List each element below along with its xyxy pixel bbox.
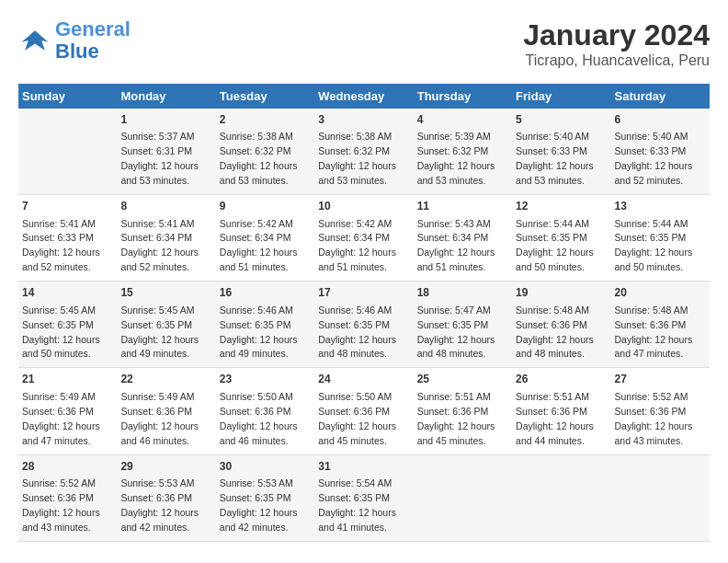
weekday-header-row: SundayMondayTuesdayWednesdayThursdayFrid… (18, 84, 710, 109)
day-cell (611, 454, 710, 541)
day-cell: 21Sunrise: 5:49 AM Sunset: 6:36 PM Dayli… (18, 368, 117, 454)
day-cell: 13Sunrise: 5:44 AM Sunset: 6:35 PM Dayli… (611, 195, 710, 282)
week-row-5: 28Sunrise: 5:52 AM Sunset: 6:36 PM Dayli… (18, 454, 710, 541)
day-detail: Sunrise: 5:51 AM Sunset: 6:36 PM Dayligh… (516, 391, 594, 446)
day-cell: 26Sunrise: 5:51 AM Sunset: 6:36 PM Dayli… (512, 368, 610, 454)
day-number: 23 (220, 372, 311, 387)
day-detail: Sunrise: 5:44 AM Sunset: 6:35 PM Dayligh… (516, 218, 594, 273)
day-number: 29 (120, 459, 211, 475)
day-detail: Sunrise: 5:41 AM Sunset: 6:33 PM Dayligh… (22, 218, 100, 273)
day-detail: Sunrise: 5:45 AM Sunset: 6:35 PM Dayligh… (22, 304, 100, 360)
day-detail: Sunrise: 5:50 AM Sunset: 6:36 PM Dayligh… (220, 391, 298, 446)
weekday-header-monday: Monday (117, 84, 215, 109)
day-number: 3 (318, 112, 409, 128)
day-cell: 27Sunrise: 5:52 AM Sunset: 6:36 PM Dayli… (611, 368, 710, 454)
day-cell: 18Sunrise: 5:47 AM Sunset: 6:35 PM Dayli… (414, 282, 512, 368)
logo-blue: Blue (55, 40, 131, 63)
day-detail: Sunrise: 5:40 AM Sunset: 6:33 PM Dayligh… (516, 131, 594, 186)
day-cell: 6Sunrise: 5:40 AM Sunset: 6:33 PM Daylig… (611, 109, 710, 195)
day-cell: 2Sunrise: 5:38 AM Sunset: 6:32 PM Daylig… (216, 109, 314, 195)
day-number: 26 (516, 372, 607, 387)
day-detail: Sunrise: 5:49 AM Sunset: 6:36 PM Dayligh… (120, 391, 199, 446)
day-detail: Sunrise: 5:42 AM Sunset: 6:34 PM Dayligh… (318, 218, 396, 273)
day-detail: Sunrise: 5:39 AM Sunset: 6:32 PM Dayligh… (417, 131, 495, 186)
day-detail: Sunrise: 5:40 AM Sunset: 6:33 PM Dayligh… (615, 131, 693, 186)
day-cell: 16Sunrise: 5:46 AM Sunset: 6:35 PM Dayli… (216, 282, 314, 368)
day-number: 9 (220, 199, 311, 214)
week-row-4: 21Sunrise: 5:49 AM Sunset: 6:36 PM Dayli… (18, 368, 710, 454)
day-cell: 8Sunrise: 5:41 AM Sunset: 6:34 PM Daylig… (117, 195, 215, 282)
day-cell: 31Sunrise: 5:54 AM Sunset: 6:35 PM Dayli… (314, 454, 413, 541)
day-detail: Sunrise: 5:53 AM Sunset: 6:35 PM Dayligh… (220, 477, 298, 533)
day-cell: 28Sunrise: 5:52 AM Sunset: 6:36 PM Dayli… (18, 454, 117, 541)
day-cell: 15Sunrise: 5:45 AM Sunset: 6:35 PM Dayli… (117, 282, 215, 368)
location-subtitle: Ticrapo, Huancavelica, Peru (523, 52, 710, 69)
day-detail: Sunrise: 5:44 AM Sunset: 6:35 PM Dayligh… (615, 218, 693, 273)
day-number: 2 (220, 112, 311, 128)
day-number: 28 (22, 459, 113, 475)
day-cell: 7Sunrise: 5:41 AM Sunset: 6:33 PM Daylig… (18, 195, 117, 282)
day-cell: 3Sunrise: 5:38 AM Sunset: 6:32 PM Daylig… (314, 109, 413, 195)
day-number: 24 (318, 372, 409, 387)
day-cell: 17Sunrise: 5:46 AM Sunset: 6:35 PM Dayli… (314, 282, 413, 368)
page-header: General Blue January 2024 Ticrapo, Huanc… (18, 18, 710, 69)
day-detail: Sunrise: 5:38 AM Sunset: 6:32 PM Dayligh… (318, 131, 396, 186)
day-cell: 22Sunrise: 5:49 AM Sunset: 6:36 PM Dayli… (117, 368, 215, 454)
day-detail: Sunrise: 5:38 AM Sunset: 6:32 PM Dayligh… (220, 131, 298, 186)
day-number: 12 (516, 199, 607, 214)
day-number: 25 (417, 372, 508, 387)
day-number: 7 (22, 199, 113, 214)
weekday-header-thursday: Thursday (414, 84, 512, 109)
day-detail: Sunrise: 5:45 AM Sunset: 6:35 PM Dayligh… (120, 304, 199, 360)
logo-bird-icon (18, 24, 51, 57)
day-number: 6 (615, 112, 706, 128)
day-number: 20 (615, 285, 706, 301)
day-detail: Sunrise: 5:52 AM Sunset: 6:36 PM Dayligh… (22, 477, 100, 533)
day-cell: 19Sunrise: 5:48 AM Sunset: 6:36 PM Dayli… (512, 282, 610, 368)
logo-text: General Blue (55, 18, 131, 63)
day-detail: Sunrise: 5:41 AM Sunset: 6:34 PM Dayligh… (120, 218, 199, 273)
day-detail: Sunrise: 5:53 AM Sunset: 6:36 PM Dayligh… (120, 477, 199, 533)
day-detail: Sunrise: 5:50 AM Sunset: 6:36 PM Dayligh… (318, 391, 396, 446)
day-cell: 23Sunrise: 5:50 AM Sunset: 6:36 PM Dayli… (216, 368, 314, 454)
day-cell: 12Sunrise: 5:44 AM Sunset: 6:35 PM Dayli… (512, 195, 610, 282)
day-number: 21 (22, 372, 113, 387)
day-number: 17 (318, 285, 409, 301)
day-number: 4 (417, 112, 508, 128)
day-detail: Sunrise: 5:52 AM Sunset: 6:36 PM Dayligh… (615, 391, 693, 446)
day-number: 19 (516, 285, 607, 301)
day-number: 22 (120, 372, 211, 387)
logo-general: General (55, 17, 131, 40)
weekday-header-sunday: Sunday (18, 84, 117, 109)
logo: General Blue (18, 18, 131, 63)
day-number: 11 (417, 199, 508, 214)
week-row-1: 1Sunrise: 5:37 AM Sunset: 6:31 PM Daylig… (18, 109, 710, 195)
day-detail: Sunrise: 5:49 AM Sunset: 6:36 PM Dayligh… (22, 391, 100, 446)
day-cell: 20Sunrise: 5:48 AM Sunset: 6:36 PM Dayli… (611, 282, 710, 368)
weekday-header-friday: Friday (512, 84, 610, 109)
day-detail: Sunrise: 5:37 AM Sunset: 6:31 PM Dayligh… (120, 131, 199, 186)
day-cell (18, 109, 117, 195)
day-detail: Sunrise: 5:43 AM Sunset: 6:34 PM Dayligh… (417, 218, 495, 273)
day-cell: 4Sunrise: 5:39 AM Sunset: 6:32 PM Daylig… (414, 109, 512, 195)
day-number: 1 (120, 112, 211, 128)
day-cell: 9Sunrise: 5:42 AM Sunset: 6:34 PM Daylig… (216, 195, 314, 282)
day-cell: 25Sunrise: 5:51 AM Sunset: 6:36 PM Dayli… (414, 368, 512, 454)
day-number: 5 (516, 112, 607, 128)
weekday-header-saturday: Saturday (611, 84, 710, 109)
day-cell: 30Sunrise: 5:53 AM Sunset: 6:35 PM Dayli… (216, 454, 314, 541)
day-detail: Sunrise: 5:54 AM Sunset: 6:35 PM Dayligh… (318, 477, 396, 533)
day-detail: Sunrise: 5:48 AM Sunset: 6:36 PM Dayligh… (516, 304, 594, 360)
day-number: 30 (220, 459, 311, 475)
day-number: 27 (615, 372, 706, 387)
day-cell: 1Sunrise: 5:37 AM Sunset: 6:31 PM Daylig… (117, 109, 215, 195)
month-year-title: January 2024 (523, 18, 710, 52)
day-number: 15 (120, 285, 211, 301)
day-number: 16 (220, 285, 311, 301)
day-cell: 14Sunrise: 5:45 AM Sunset: 6:35 PM Dayli… (18, 282, 117, 368)
day-cell (512, 454, 610, 541)
day-number: 13 (615, 199, 706, 214)
day-number: 14 (22, 285, 113, 301)
day-detail: Sunrise: 5:48 AM Sunset: 6:36 PM Dayligh… (615, 304, 693, 360)
day-number: 8 (120, 199, 211, 214)
